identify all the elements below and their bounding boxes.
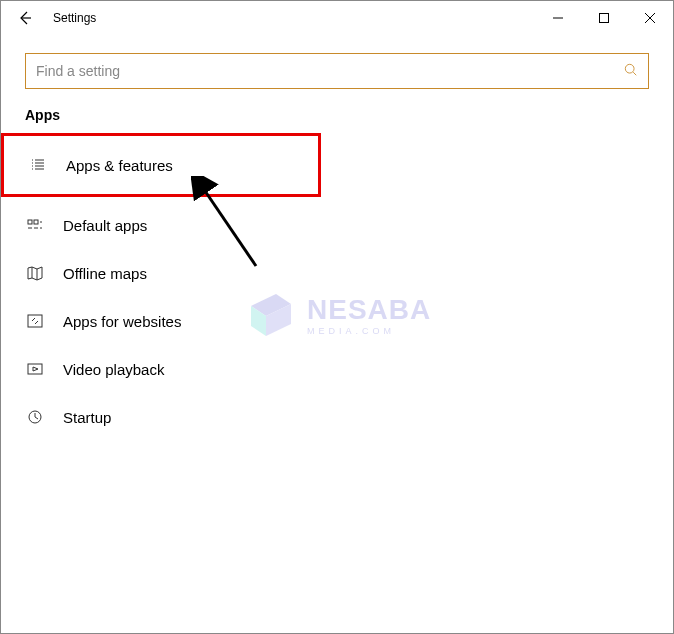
settings-item-video-playback[interactable]: Video playback xyxy=(1,345,321,393)
back-arrow-icon xyxy=(17,10,33,26)
titlebar: Settings xyxy=(1,1,673,35)
item-label: Video playback xyxy=(63,361,164,378)
defaults-icon xyxy=(25,215,45,235)
item-label: Apps & features xyxy=(66,157,173,174)
close-button[interactable] xyxy=(627,2,673,34)
svg-rect-3 xyxy=(34,220,38,224)
item-label: Default apps xyxy=(63,217,147,234)
item-label: Offline maps xyxy=(63,265,147,282)
window-title: Settings xyxy=(53,11,96,25)
maximize-button[interactable] xyxy=(581,2,627,34)
list-icon xyxy=(28,155,48,175)
minimize-icon xyxy=(553,13,563,23)
maximize-icon xyxy=(599,13,609,23)
web-icon xyxy=(25,311,45,331)
svg-rect-4 xyxy=(28,315,42,327)
svg-rect-2 xyxy=(28,220,32,224)
settings-item-offline-maps[interactable]: Offline maps xyxy=(1,249,321,297)
back-button[interactable] xyxy=(9,2,41,34)
item-label: Startup xyxy=(63,409,111,426)
startup-icon xyxy=(25,407,45,427)
settings-item-apps-websites[interactable]: Apps for websites xyxy=(1,297,321,345)
search-icon xyxy=(624,63,638,80)
item-label: Apps for websites xyxy=(63,313,181,330)
content-area: Apps Apps & features Default apps Offlin… xyxy=(1,35,673,453)
map-icon xyxy=(25,263,45,283)
settings-list: Apps & features Default apps Offline map… xyxy=(1,133,649,441)
svg-rect-0 xyxy=(600,14,609,23)
settings-item-default-apps[interactable]: Default apps xyxy=(1,201,321,249)
svg-rect-5 xyxy=(28,364,42,374)
search-box[interactable] xyxy=(25,53,649,89)
section-title: Apps xyxy=(25,107,649,123)
settings-item-startup[interactable]: Startup xyxy=(1,393,321,441)
window-controls xyxy=(535,2,673,34)
close-icon xyxy=(645,13,655,23)
video-icon xyxy=(25,359,45,379)
search-input[interactable] xyxy=(36,63,624,79)
settings-item-apps-features[interactable]: Apps & features xyxy=(1,133,321,197)
minimize-button[interactable] xyxy=(535,2,581,34)
svg-point-1 xyxy=(625,64,634,73)
